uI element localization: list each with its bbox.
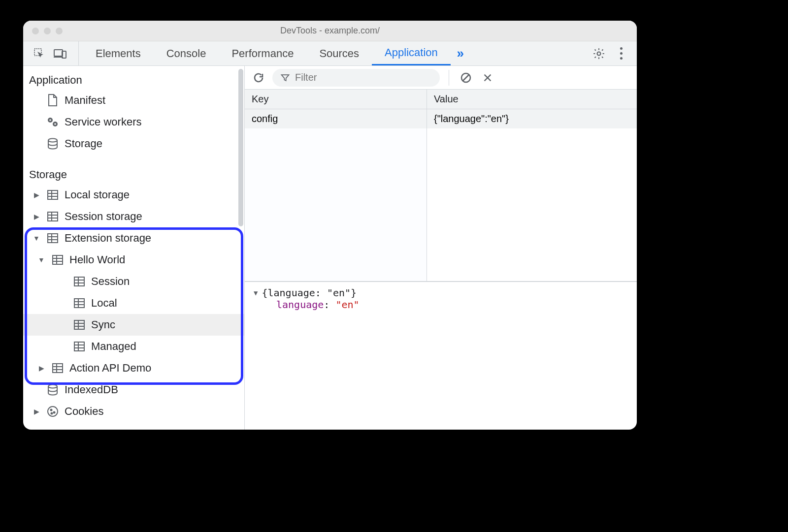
traffic-lights[interactable] xyxy=(32,28,63,34)
chevron-right-icon: ▶ xyxy=(32,191,41,199)
chevron-down-icon: ▼ xyxy=(32,234,41,242)
sidebar-item-local-storage[interactable]: ▶ Local storage xyxy=(23,184,244,206)
sidebar-item-ext-session[interactable]: Session xyxy=(23,271,244,292)
application-sidebar[interactable]: Application ▶ Manifest ▶ Service workers xyxy=(23,66,245,430)
more-tabs-button[interactable]: » xyxy=(451,41,470,65)
sidebar-item-cookies[interactable]: ▶ Cookies xyxy=(23,401,244,422)
sidebar-item-label: Sync xyxy=(91,318,115,331)
gears-icon xyxy=(46,115,60,129)
sidebar-item-label: Storage xyxy=(65,137,102,150)
close-dot[interactable] xyxy=(32,28,39,34)
chevron-right-icon: ▶ xyxy=(32,407,41,415)
device-toolbar-icon[interactable] xyxy=(51,44,69,63)
svg-point-49 xyxy=(54,412,55,413)
document-icon xyxy=(46,94,60,107)
title-bar: DevTools - example.com/ xyxy=(23,21,637,41)
svg-rect-38 xyxy=(74,342,84,351)
database-icon xyxy=(46,383,60,397)
preview-key: language xyxy=(276,299,324,311)
table-icon xyxy=(51,361,65,375)
tab-performance[interactable]: Performance xyxy=(219,41,306,65)
section-application: Application xyxy=(23,70,244,90)
sidebar-item-manifest[interactable]: ▶ Manifest xyxy=(23,90,244,111)
tab-console[interactable]: Console xyxy=(154,41,219,65)
scrollbar[interactable] xyxy=(238,69,243,226)
sidebar-item-hello-world[interactable]: ▼ Hello World xyxy=(23,249,244,271)
preview-value: "en" xyxy=(335,299,359,311)
tab-application[interactable]: Application xyxy=(372,41,451,65)
panel-tabs: Elements Console Performance Sources App… xyxy=(83,41,451,65)
filter-field[interactable] xyxy=(272,69,440,87)
chevron-right-icon: ▶ xyxy=(37,364,46,372)
table-icon xyxy=(72,296,86,310)
cell-key[interactable]: config xyxy=(245,109,427,128)
settings-icon[interactable] xyxy=(590,44,608,63)
svg-rect-22 xyxy=(53,255,63,264)
delete-selected-button[interactable] xyxy=(480,70,495,86)
sidebar-item-service-workers[interactable]: ▶ Service workers xyxy=(23,111,244,133)
chevron-down-icon: ▼ xyxy=(37,256,46,264)
sidebar-item-ext-managed[interactable]: Managed xyxy=(23,336,244,357)
sidebar-item-storage-app[interactable]: ▶ Storage xyxy=(23,133,244,155)
tab-elements[interactable]: Elements xyxy=(83,41,154,65)
sidebar-item-ext-local[interactable]: Local xyxy=(23,292,244,314)
sidebar-item-indexeddb[interactable]: ▶ IndexedDB xyxy=(23,379,244,401)
sidebar-item-label: Hello World xyxy=(69,253,125,266)
sidebar-item-extension-storage[interactable]: ▼ Extension storage xyxy=(23,227,244,249)
svg-rect-34 xyxy=(74,320,84,329)
sidebar-item-label: Local storage xyxy=(65,188,130,201)
sidebar-item-label: IndexedDB xyxy=(65,383,118,396)
svg-rect-14 xyxy=(48,212,58,221)
minimize-dot[interactable] xyxy=(44,28,51,34)
storage-toolbar xyxy=(245,66,637,90)
filter-input[interactable] xyxy=(295,72,432,83)
table-header: Key Value xyxy=(245,90,637,109)
window-title: DevTools - example.com/ xyxy=(23,26,637,36)
sidebar-item-session-storage[interactable]: ▶ Session storage xyxy=(23,206,244,227)
inspect-icon[interactable] xyxy=(30,44,49,63)
tab-sources[interactable]: Sources xyxy=(306,41,372,65)
svg-rect-10 xyxy=(48,190,58,199)
refresh-button[interactable] xyxy=(251,70,266,86)
table-icon xyxy=(46,188,60,202)
devtools-window: DevTools - example.com/ Elements Consol xyxy=(23,21,637,430)
svg-rect-1 xyxy=(54,50,63,56)
svg-point-7 xyxy=(49,119,51,121)
svg-rect-42 xyxy=(53,364,63,373)
svg-point-47 xyxy=(48,407,58,416)
sidebar-item-label: Action API Demo xyxy=(69,362,151,375)
col-key[interactable]: Key xyxy=(245,90,427,109)
clear-all-button[interactable] xyxy=(458,70,474,86)
chevron-down-icon[interactable]: ▼ xyxy=(254,289,258,297)
col-value[interactable]: Value xyxy=(427,90,637,109)
tabs-bar: Elements Console Performance Sources App… xyxy=(23,41,637,66)
sidebar-item-ext-sync[interactable]: Sync xyxy=(23,314,244,336)
table-icon xyxy=(46,231,60,245)
sidebar-item-label: Managed xyxy=(91,340,136,353)
table-icon xyxy=(72,275,86,288)
cookie-icon xyxy=(46,405,60,418)
svg-rect-18 xyxy=(48,234,58,243)
sidebar-item-label: Local xyxy=(91,297,117,310)
storage-table[interactable]: Key Value config {"language":"en"} xyxy=(245,90,637,282)
database-icon xyxy=(46,137,60,151)
svg-point-46 xyxy=(48,385,57,388)
table-icon xyxy=(72,318,86,332)
svg-line-52 xyxy=(463,75,469,81)
sidebar-item-action-api-demo[interactable]: ▶ Action API Demo xyxy=(23,357,244,379)
svg-rect-26 xyxy=(74,277,84,286)
svg-point-8 xyxy=(54,123,56,125)
svg-point-9 xyxy=(48,139,57,142)
value-preview[interactable]: ▼ {language: "en"} language: "en" xyxy=(245,282,637,311)
zoom-dot[interactable] xyxy=(56,28,63,34)
svg-point-50 xyxy=(51,413,53,414)
section-storage: Storage xyxy=(23,164,244,184)
table-icon xyxy=(51,253,65,267)
svg-rect-30 xyxy=(74,299,84,308)
filter-icon xyxy=(280,73,290,83)
chevron-right-icon: ▶ xyxy=(32,213,41,220)
kebab-menu-icon[interactable] xyxy=(615,47,627,60)
sidebar-item-label: Session storage xyxy=(65,210,142,223)
cell-value[interactable]: {"language":"en"} xyxy=(427,109,637,128)
table-row[interactable]: config {"language":"en"} xyxy=(245,109,637,128)
